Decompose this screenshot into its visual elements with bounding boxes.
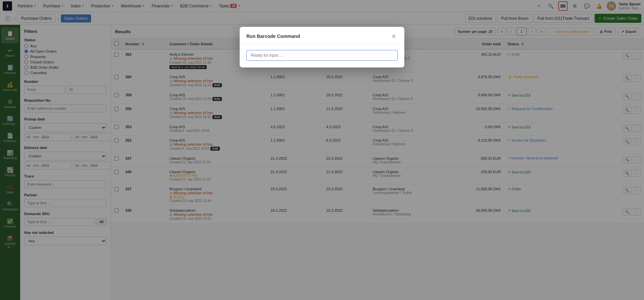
- modal-body: [240, 45, 404, 67]
- barcode-modal: Run Barcode Command ✕: [240, 27, 404, 67]
- modal-title: Run Barcode Command: [246, 34, 300, 39]
- modal-overlay[interactable]: Run Barcode Command ✕: [0, 0, 644, 300]
- barcode-input[interactable]: [246, 50, 398, 61]
- modal-header: Run Barcode Command ✕: [240, 27, 404, 45]
- modal-close-button[interactable]: ✕: [390, 32, 398, 40]
